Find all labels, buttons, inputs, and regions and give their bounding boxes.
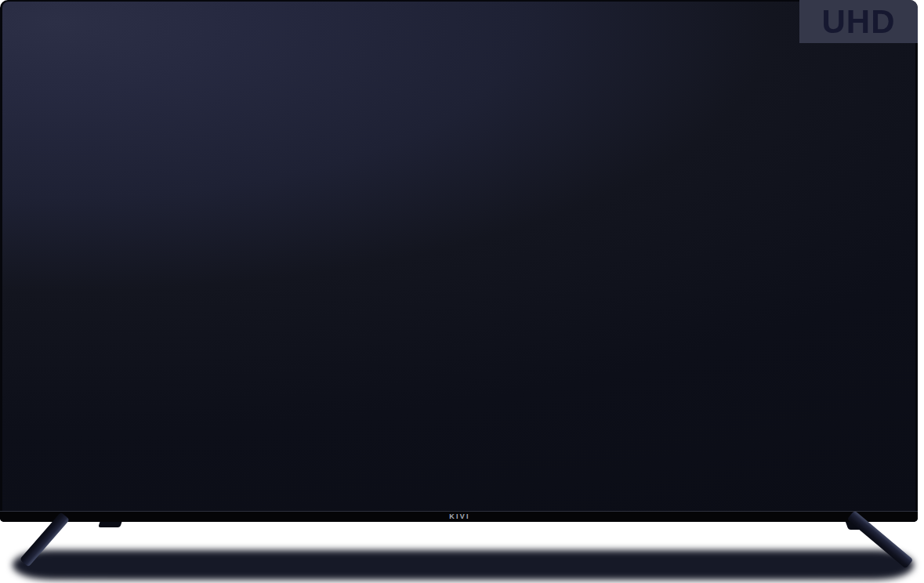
floor-shadow (13, 550, 914, 580)
product-photo: UHD KIVI (0, 0, 924, 583)
tv-screen (2, 2, 915, 512)
uhd-badge: UHD (799, 0, 918, 43)
uhd-badge-label: UHD (822, 5, 896, 38)
tv-bottom-bezel: KIVI (0, 511, 918, 522)
brand-logo: KIVI (448, 513, 469, 520)
tv-frame: UHD KIVI (0, 0, 918, 522)
